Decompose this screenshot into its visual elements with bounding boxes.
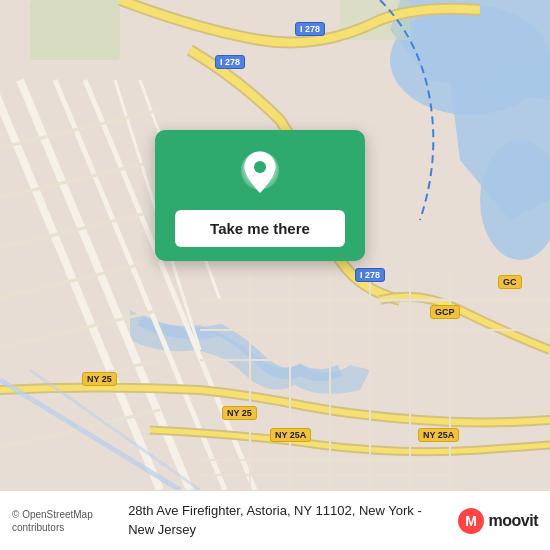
map-area[interactable]: I 278 I 278 I 278 NY 25 NY 25 NY 25A NY … bbox=[0, 0, 550, 490]
svg-point-36 bbox=[254, 161, 266, 173]
footer-bar: © OpenStreetMap contributors 28th Ave Fi… bbox=[0, 490, 550, 550]
take-me-there-button[interactable]: Take me there bbox=[175, 210, 345, 247]
osm-credit-text: © OpenStreetMap contributors bbox=[12, 509, 93, 533]
moovit-text: moovit bbox=[489, 512, 538, 530]
address-line1: 28th Ave Firefighter, Astoria, NY 11102,… bbox=[128, 503, 422, 518]
footer-address: 28th Ave Firefighter, Astoria, NY 11102,… bbox=[128, 502, 446, 538]
road-label-gcp: GCP bbox=[430, 305, 460, 319]
road-label-gc: GC bbox=[498, 275, 522, 289]
road-label-ny25-mid: NY 25 bbox=[222, 406, 257, 420]
road-label-i278-top: I 278 bbox=[295, 22, 325, 36]
location-pin-icon bbox=[234, 148, 286, 200]
moovit-logo: M moovit bbox=[457, 507, 538, 535]
svg-rect-5 bbox=[30, 0, 120, 60]
road-label-i278-mid: I 278 bbox=[215, 55, 245, 69]
moovit-logo-icon: M bbox=[457, 507, 485, 535]
location-card: Take me there bbox=[155, 130, 365, 261]
osm-credit: © OpenStreetMap contributors bbox=[12, 508, 118, 534]
road-label-ny25a-right: NY 25A bbox=[418, 428, 459, 442]
road-label-ny25-left: NY 25 bbox=[82, 372, 117, 386]
address-line2: New Jersey bbox=[128, 522, 196, 537]
road-label-ny25a-mid: NY 25A bbox=[270, 428, 311, 442]
road-label-i278-right: I 278 bbox=[355, 268, 385, 282]
svg-text:M: M bbox=[465, 513, 477, 529]
